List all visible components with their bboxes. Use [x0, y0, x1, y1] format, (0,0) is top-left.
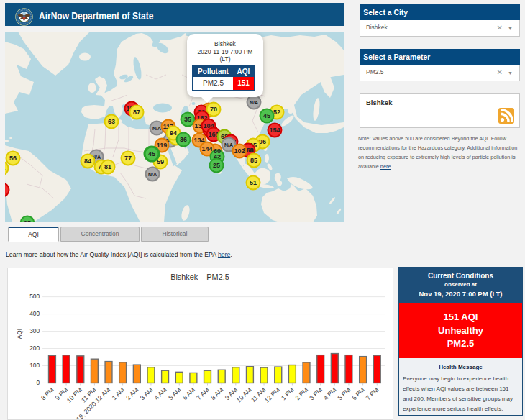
svg-text:144: 144 — [201, 145, 212, 152]
svg-text:36: 36 — [180, 136, 187, 143]
svg-text:AQI: AQI — [16, 329, 23, 339]
svg-text:25: 25 — [213, 162, 220, 169]
svg-text:0: 0 — [37, 379, 40, 386]
svg-text:87: 87 — [133, 109, 140, 116]
svg-text:56: 56 — [9, 155, 17, 162]
svg-text:60: 60 — [214, 147, 221, 155]
svg-text:Bishkek – PM2.5: Bishkek – PM2.5 — [170, 273, 229, 281]
svg-text:25: 25 — [24, 219, 31, 222]
svg-text:N/A: N/A — [148, 172, 157, 177]
svg-text:100: 100 — [29, 362, 40, 369]
svg-text:77: 77 — [124, 155, 132, 162]
svg-text:168: 168 — [242, 147, 253, 154]
svg-text:300: 300 — [29, 327, 40, 334]
svg-text:500: 500 — [29, 293, 40, 300]
svg-text:400: 400 — [29, 310, 40, 317]
svg-text:N/A: N/A — [224, 142, 233, 147]
svg-text:63: 63 — [108, 118, 115, 125]
svg-text:70: 70 — [210, 106, 217, 113]
svg-text:84: 84 — [84, 158, 91, 165]
svg-text:154: 154 — [269, 127, 280, 134]
svg-text:94: 94 — [170, 129, 177, 137]
svg-text:N/A: N/A — [152, 126, 161, 131]
svg-text:51: 51 — [250, 179, 257, 186]
svg-text:85: 85 — [250, 157, 257, 164]
svg-text:81: 81 — [104, 163, 111, 170]
svg-text:119: 119 — [157, 142, 168, 149]
svg-text:45: 45 — [263, 112, 270, 119]
svg-text:200: 200 — [29, 344, 40, 352]
svg-text:N/A: N/A — [250, 100, 258, 105]
svg-text:45: 45 — [148, 150, 155, 158]
svg-text:35: 35 — [184, 116, 191, 123]
svg-text:52: 52 — [273, 109, 280, 116]
